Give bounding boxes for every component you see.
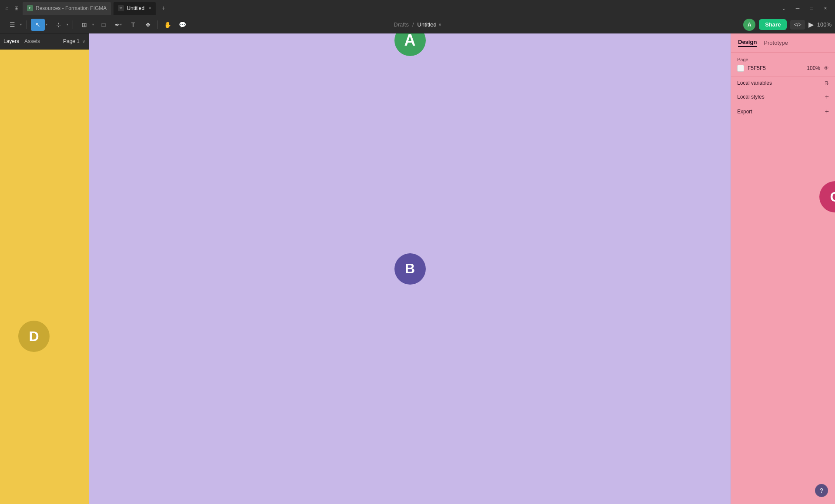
avatar-user: A (743, 19, 755, 31)
frame-chevron-icon: ▾ (92, 23, 94, 27)
zoom-label: 100% (817, 21, 832, 28)
menu-button[interactable]: ☰ (5, 19, 19, 31)
menu-icon: ☰ (10, 21, 15, 28)
tab-resources[interactable]: F Resources - Formation FIGMA (23, 2, 111, 15)
home-icon[interactable]: ⌂ (3, 5, 10, 12)
left-canvas-area: D (0, 50, 89, 504)
select-icon: ↖ (35, 21, 40, 28)
right-panel-tabs: Design Prototype (731, 33, 835, 53)
select-chevron-icon: ▾ (46, 23, 47, 27)
right-panel: C Design Prototype Page F5F5F5 100% 👁 Lo… (731, 33, 835, 504)
toolbar-separator-1 (26, 20, 27, 29)
tab-prototype[interactable]: Prototype (764, 40, 788, 46)
component-icon: ❖ (145, 21, 151, 28)
avatar-d-letter: D (29, 328, 39, 345)
code-button[interactable]: </> (790, 20, 805, 30)
avatar-b-letter: B (405, 261, 415, 277)
tab-assets[interactable]: Assets (24, 38, 40, 44)
frame-tools: ⊞ ▾ (76, 19, 96, 31)
avatar-d: D (18, 321, 50, 352)
eye-icon[interactable]: 👁 (824, 65, 829, 71)
play-button[interactable]: ▶ (808, 20, 814, 29)
avatar-a: A (394, 33, 426, 56)
tab-favicon-untitled: ✏ (118, 5, 124, 11)
opacity-value: 100% (807, 65, 820, 71)
tab-untitled-label: Untitled (127, 5, 144, 11)
pen-icon: ✒ (115, 21, 120, 28)
move-tools: ⊹ ▾ (50, 19, 70, 31)
export-row: Export + (731, 104, 835, 119)
file-title-button[interactable]: Untitled ∨ (418, 21, 441, 28)
page-section-label: Page (737, 57, 829, 62)
title-bar: ⌂ ⊞ F Resources - Formation FIGMA ✏ Unti… (0, 0, 835, 16)
tab-design[interactable]: Design (738, 39, 757, 47)
window-controls: ⌄ ─ □ × (778, 2, 832, 14)
code-icon: </> (794, 22, 801, 28)
move-tool-button[interactable]: ⊹ (52, 19, 66, 31)
move-icon: ⊹ (56, 21, 61, 28)
select-tool-button[interactable]: ↖ (31, 19, 45, 31)
tab-untitled[interactable]: ✏ Untitled × (114, 2, 156, 15)
zoom-control[interactable]: 100% (817, 21, 832, 28)
page-section: Page F5F5F5 100% 👁 (731, 53, 835, 76)
pen-tool-button[interactable]: ✒ ▾ (111, 19, 125, 31)
main-area: Layers Assets Page 1 ∨ D A B C (0, 33, 835, 504)
close-window-button[interactable]: × (819, 2, 832, 14)
hand-tool-button[interactable]: ✋ (160, 19, 174, 31)
page-label: Page 1 (63, 38, 80, 44)
export-add-button[interactable]: + (825, 108, 829, 116)
comment-tool-button[interactable]: 💬 (175, 19, 189, 31)
text-icon: T (131, 21, 135, 28)
component-tool-button[interactable]: ❖ (141, 19, 155, 31)
frame-tool-button[interactable]: ⊞ (77, 19, 91, 31)
file-title-label: Untitled (418, 21, 437, 28)
avatar-c-letter: C (830, 189, 835, 205)
comment-icon: 💬 (179, 21, 186, 28)
help-button[interactable]: ? (815, 484, 828, 497)
avatar-b: B (394, 253, 426, 285)
menu-chevron-icon: ▾ (20, 23, 22, 27)
local-styles-add-button[interactable]: + (825, 93, 829, 101)
grid-icon[interactable]: ⊞ (13, 5, 20, 12)
tab-layers[interactable]: Layers (3, 38, 19, 44)
select-tools: ↖ ▾ (29, 19, 49, 31)
toolbar-separator-3 (157, 20, 158, 29)
tab-resources-label: Resources - Formation FIGMA (36, 5, 107, 11)
local-variables-label: Local variables (737, 80, 772, 86)
hand-icon: ✋ (164, 21, 171, 28)
local-variables-icon[interactable]: ⇅ (825, 80, 829, 86)
file-title-chevron-icon: ∨ (438, 22, 441, 27)
color-row: F5F5F5 100% 👁 (737, 65, 829, 72)
toolbar-right: A Share </> ▶ 100% (743, 19, 832, 31)
help-icon: ? (820, 487, 823, 494)
export-label: Export (737, 109, 752, 115)
text-tool-button[interactable]: T (126, 19, 140, 31)
toolbar: ☰ ▾ ↖ ▾ ⊹ ▾ ⊞ ▾ □ ✒ ▾ T ❖ ✋ 💬 (0, 16, 835, 33)
frame-icon: ⊞ (82, 21, 87, 28)
avatar-a-letter: A (404, 33, 416, 50)
color-value: F5F5F5 (748, 65, 766, 71)
close-tab-icon[interactable]: × (149, 6, 151, 10)
menu-group: ☰ ▾ (3, 19, 23, 31)
play-icon: ▶ (808, 21, 814, 28)
new-tab-button[interactable]: + (158, 3, 169, 13)
local-styles-row: Local styles + (731, 90, 835, 104)
shape-icon: □ (102, 21, 105, 28)
maximize-button[interactable]: □ (805, 2, 818, 14)
canvas[interactable]: A B (89, 33, 731, 504)
local-styles-label: Local styles (737, 94, 765, 100)
color-swatch[interactable] (737, 65, 744, 72)
breadcrumb-slash: / (412, 21, 414, 28)
local-variables-row: Local variables ⇅ (731, 76, 835, 90)
page-chevron-icon[interactable]: ∨ (82, 39, 85, 44)
move-chevron-icon: ▾ (67, 23, 68, 27)
avatar-letter: A (748, 22, 752, 28)
share-button[interactable]: Share (759, 19, 787, 30)
shape-tool-button[interactable]: □ (97, 19, 110, 31)
chevron-down-icon[interactable]: ⌄ (778, 2, 790, 14)
toolbar-center: Drafts / Untitled ∨ (394, 21, 441, 28)
left-panel: Layers Assets Page 1 ∨ D (0, 33, 89, 504)
panel-tabs: Layers Assets Page 1 ∨ (0, 33, 89, 50)
tab-favicon-resources: F (27, 5, 33, 11)
minimize-button[interactable]: ─ (792, 2, 804, 14)
